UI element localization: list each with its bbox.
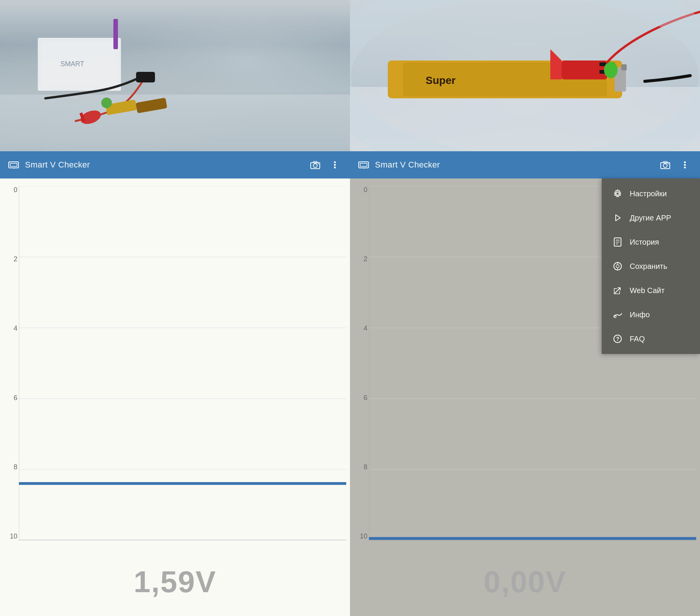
menu-button-left[interactable] [327,157,342,172]
menu-label-faq: FAQ [630,335,645,343]
voltage-value-right: 0,00V [483,565,566,599]
y-label-8-left: 8 [14,463,17,471]
y-label-6-left: 6 [14,394,17,402]
svg-point-53 [684,164,686,166]
app-panel-left: Smart V Checker 10 8 6 4 2 0 [0,151,350,616]
svg-rect-45 [360,163,367,166]
y-label-2-left: 2 [14,255,17,263]
menu-item-faq[interactable]: ? FAQ [602,327,700,351]
svg-point-29 [313,164,317,168]
svg-point-22 [604,62,618,78]
svg-point-54 [684,167,686,169]
svg-rect-10 [113,19,118,49]
save-icon [612,261,623,272]
y-label-10-left: 10 [10,532,17,540]
svg-rect-17 [621,64,627,70]
chart-left: 10 8 6 4 2 0 [0,178,350,548]
camera-button-right[interactable] [658,157,673,172]
other-apps-icon [612,213,623,223]
y-label-2-right: 2 [364,255,367,263]
svg-rect-25 [10,163,17,166]
faq-icon: ? [612,334,623,344]
history-icon [612,237,623,247]
svg-marker-65 [616,215,620,221]
camera-button-left[interactable] [308,157,323,172]
y-label-4-left: 4 [14,324,17,332]
svg-point-49 [663,164,667,168]
menu-label-website: Web Сайт [630,286,664,295]
menu-label-settings: Настройки [630,189,667,198]
svg-text:Super: Super [426,74,455,86]
website-icon [612,285,623,296]
svg-text:SMART: SMART [60,60,84,68]
menu-label-info: Инфо [630,310,650,319]
svg-text:?: ? [616,336,619,342]
menu-item-other-apps[interactable]: Другие APP [602,206,700,230]
menu-item-website[interactable]: Web Сайт [602,278,700,303]
photo-left: SMART [0,0,350,151]
svg-point-32 [334,161,336,163]
settings-icon [612,188,623,199]
device-icon-right [358,158,370,171]
y-label-4-right: 4 [364,324,367,332]
svg-point-31 [318,163,319,164]
y-label-8-right: 8 [364,463,367,471]
svg-rect-0 [0,95,350,151]
y-label-0-left: 0 [14,186,17,194]
menu-button-right[interactable] [677,157,692,172]
header-title-right: Smart V Checker [375,160,653,170]
header-title-left: Smart V Checker [25,160,303,170]
menu-label-save: Сохранить [630,262,667,271]
menu-item-settings[interactable]: Настройки [602,182,700,206]
menu-label-history: История [630,238,659,247]
dropdown-menu: Настройки Другие APP История [602,178,700,354]
voltage-display-left: 1,59V [0,548,350,616]
device-icon-left [8,158,20,171]
svg-point-9 [101,98,112,108]
svg-point-71 [616,265,619,268]
menu-label-other-apps: Другие APP [630,214,671,222]
info-icon [612,309,623,320]
photo-right: Super [350,0,700,151]
svg-rect-4 [136,72,155,82]
svg-point-34 [334,167,336,169]
menu-item-save[interactable]: Сохранить [602,254,700,278]
y-axis-right: 10 8 6 4 2 0 [353,186,367,540]
voltage-display-right: 0,00V [350,548,700,616]
y-axis-left: 10 8 6 4 2 0 [3,186,17,540]
svg-point-52 [684,161,686,163]
menu-item-info[interactable]: Инфо [602,303,700,327]
svg-point-33 [334,164,336,166]
y-label-6-right: 6 [364,394,367,402]
app-panel-right: Smart V Checker 10 8 6 4 2 0 [350,151,700,616]
menu-item-history[interactable]: История [602,230,700,254]
header-left: Smart V Checker [0,151,350,178]
chart-svg-left [19,186,346,540]
voltage-value-left: 1,59V [133,565,216,599]
header-right: Smart V Checker [350,151,700,178]
y-label-0-right: 0 [364,186,367,194]
svg-point-64 [616,192,619,195]
svg-point-51 [668,163,669,164]
y-label-10-right: 10 [360,532,367,540]
